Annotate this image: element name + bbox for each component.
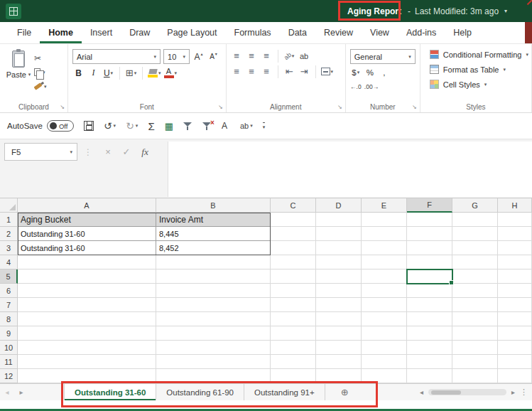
cell-f6[interactable] xyxy=(407,284,452,298)
cell-b10[interactable] xyxy=(156,341,271,355)
cell-c2[interactable] xyxy=(271,227,316,241)
column-header-g[interactable]: G xyxy=(452,198,498,213)
increase-font-size-button[interactable]: A ▴ xyxy=(192,50,205,63)
accounting-format-button[interactable]: $ ▾ xyxy=(350,66,362,78)
name-box[interactable]: F5 ▾ xyxy=(4,143,77,161)
underline-button[interactable]: U ▾ xyxy=(102,66,114,80)
cell-g3[interactable] xyxy=(452,241,498,255)
row-header-3[interactable]: 3 xyxy=(0,241,18,255)
cell-styles-button[interactable]: Cell Styles ▾ xyxy=(423,77,528,92)
row-header-12[interactable]: 12 xyxy=(0,369,18,383)
cell-g12[interactable] xyxy=(452,369,498,383)
cell-c7[interactable] xyxy=(271,298,316,312)
cell-g5[interactable] xyxy=(452,269,498,284)
cell-h12[interactable] xyxy=(498,369,532,383)
scrollbar-thumb[interactable] xyxy=(431,390,461,395)
row-header-10[interactable]: 10 xyxy=(0,341,18,355)
font-size-select[interactable]: 10 ▾ xyxy=(163,49,190,64)
cell-c1[interactable] xyxy=(271,213,316,227)
decrease-font-size-button[interactable]: A ▾ xyxy=(207,50,219,63)
cell-f7[interactable] xyxy=(407,298,452,312)
cell-e12[interactable] xyxy=(362,369,407,383)
cell-d10[interactable] xyxy=(316,341,362,355)
cell-d5[interactable] xyxy=(316,269,362,284)
cell-h7[interactable] xyxy=(498,298,532,312)
cell-h10[interactable] xyxy=(498,341,532,355)
cell-c12[interactable] xyxy=(271,369,316,383)
column-header-d[interactable]: D xyxy=(316,198,362,213)
find-replace-button[interactable]: ab ▾ xyxy=(240,122,253,130)
save-button[interactable] xyxy=(84,121,94,131)
cell-a3[interactable]: Outstanding 31-60 xyxy=(18,241,156,255)
font-dialog-launcher-icon[interactable]: ↘ xyxy=(218,105,223,110)
cell-h5[interactable] xyxy=(498,269,532,284)
alignment-dialog-launcher-icon[interactable]: ↘ xyxy=(337,105,342,110)
cell-d3[interactable] xyxy=(316,241,362,255)
ribbon-tab-view[interactable]: View xyxy=(362,23,398,43)
cell-d6[interactable] xyxy=(316,284,362,298)
ribbon-tab-page-layout[interactable]: Page Layout xyxy=(158,23,225,43)
column-header-h[interactable]: H xyxy=(498,198,532,213)
cell-b7[interactable] xyxy=(156,298,271,312)
sheet-tab-outstanding-91[interactable]: Outstanding 91+ xyxy=(244,384,325,400)
cell-a8[interactable] xyxy=(18,312,156,326)
cell-g6[interactable] xyxy=(452,284,498,298)
cell-g10[interactable] xyxy=(452,341,498,355)
column-header-f[interactable]: F xyxy=(407,198,452,213)
cell-e2[interactable] xyxy=(362,227,407,241)
cell-c5[interactable] xyxy=(271,269,316,284)
cell-b6[interactable] xyxy=(156,284,271,298)
sheet-nav-prev-icon[interactable]: ◂ xyxy=(0,384,14,400)
cell-a12[interactable] xyxy=(18,369,156,383)
cell-e6[interactable] xyxy=(362,284,407,298)
cell-e9[interactable] xyxy=(362,326,407,341)
format-painter-button[interactable]: ▾ xyxy=(34,81,47,92)
row-header-4[interactable]: 4 xyxy=(0,255,18,269)
cell-f12[interactable] xyxy=(407,369,452,383)
redo-button[interactable]: ↻ ▾ xyxy=(126,121,138,131)
cell-b4[interactable] xyxy=(156,255,271,269)
cell-c10[interactable] xyxy=(271,341,316,355)
cell-h2[interactable] xyxy=(498,227,532,241)
row-header-2[interactable]: 2 xyxy=(0,227,18,241)
cell-g2[interactable] xyxy=(452,227,498,241)
cell-b3[interactable]: 8,452 xyxy=(156,241,271,255)
clipboard-dialog-launcher-icon[interactable]: ↘ xyxy=(60,105,65,110)
align-left-button[interactable]: ≡ xyxy=(231,65,243,78)
table-button[interactable]: ▦ xyxy=(165,121,173,132)
title-chevron-down-icon[interactable]: ▾ xyxy=(504,8,507,14)
row-header-8[interactable]: 8 xyxy=(0,312,18,326)
column-header-e[interactable]: E xyxy=(362,198,407,213)
format-painter-dropdown-icon[interactable]: ▾ xyxy=(44,84,47,90)
decrease-decimal-button[interactable]: .00→ xyxy=(364,80,379,92)
scroll-left-icon[interactable]: ◂ xyxy=(420,388,423,396)
percent-style-button[interactable]: % xyxy=(364,66,376,78)
cell-g4[interactable] xyxy=(452,255,498,269)
sheet-nav-next-icon[interactable]: ▸ xyxy=(14,384,28,400)
cell-c3[interactable] xyxy=(271,241,316,255)
bold-button[interactable]: B xyxy=(72,66,85,80)
cell-e7[interactable] xyxy=(362,298,407,312)
cell-c11[interactable] xyxy=(271,355,316,369)
cell-f8[interactable] xyxy=(407,312,452,326)
sheet-tab-outstanding-31-60[interactable]: Outstanding 31-60 xyxy=(64,384,156,400)
column-header-c[interactable]: C xyxy=(271,198,316,213)
cell-g8[interactable] xyxy=(452,312,498,326)
align-center-button[interactable]: ≡ xyxy=(246,65,258,78)
cell-b11[interactable] xyxy=(156,355,271,369)
sheet-tab-outstanding-61-90[interactable]: Outstanding 61-90 xyxy=(156,384,244,400)
decrease-indent-button[interactable]: ⇤ xyxy=(283,65,295,78)
cell-e3[interactable] xyxy=(362,241,407,255)
cell-e8[interactable] xyxy=(362,312,407,326)
undo-button[interactable]: ↺ ▾ xyxy=(104,121,116,131)
cell-c6[interactable] xyxy=(271,284,316,298)
ribbon-tab-review[interactable]: Review xyxy=(315,23,362,43)
cell-h8[interactable] xyxy=(498,312,532,326)
cell-a11[interactable] xyxy=(18,355,156,369)
align-top-button[interactable]: ≡ xyxy=(231,49,243,63)
align-middle-button[interactable]: ≡ xyxy=(246,49,258,63)
cell-h6[interactable] xyxy=(498,284,532,298)
cell-b5[interactable] xyxy=(156,269,271,284)
cell-b12[interactable] xyxy=(156,369,271,383)
italic-button[interactable]: I xyxy=(87,66,99,80)
